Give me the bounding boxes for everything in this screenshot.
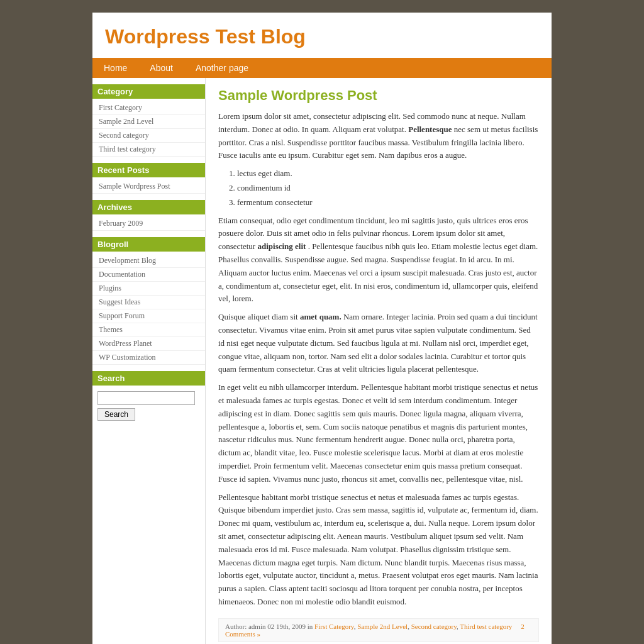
search-title: Search: [92, 371, 205, 386]
sidebar-link-second-category[interactable]: Second category: [92, 129, 205, 143]
para1: Etiam consequat, odio eget condimentum t…: [218, 214, 539, 306]
nav-bar: Home About Another page: [92, 58, 552, 78]
para2: Quisque aliquet diam sit amet quam. Nam …: [218, 311, 539, 376]
site-title: Wordpress Test Blog: [105, 25, 539, 48]
list-item-2: condimentum id: [237, 182, 539, 195]
sidebar-link-support-forum[interactable]: Support Forum: [92, 309, 205, 323]
sidebar-link-dev-blog[interactable]: Development Blog: [92, 254, 205, 268]
sidebar-link-wp-customization[interactable]: WP Customization: [92, 351, 205, 365]
post-meta: Author: admin 02 19th, 2009 in First Cat…: [218, 618, 539, 642]
sidebar-link-suggest-ideas[interactable]: Suggest Ideas: [92, 296, 205, 309]
post-intro: Lorem ipsum dolor sit amet, consectetur …: [218, 110, 539, 162]
sidebar-link-wp-planet[interactable]: WordPress Planet: [92, 337, 205, 351]
nav-another-page[interactable]: Another page: [184, 58, 260, 78]
search-input[interactable]: [97, 391, 195, 405]
para2-text: Quisque aliquet diam sit: [218, 312, 298, 321]
sidebar-link-feb-2009[interactable]: February 2009: [92, 217, 205, 231]
nav-home[interactable]: Home: [92, 58, 138, 78]
para4: Pellentesque habitant morbi tristique se…: [218, 491, 539, 609]
post-body: Lorem ipsum dolor sit amet, consectetur …: [218, 110, 539, 609]
list-item-1: lectus eget diam.: [237, 167, 539, 180]
nav-about[interactable]: About: [138, 58, 184, 78]
sidebar-link-sample-2nd[interactable]: Sample 2nd Level: [92, 115, 205, 129]
meta-author: Author: admin: [225, 623, 265, 630]
blogroll-section: Blogroll Development Blog Documentation …: [92, 237, 205, 365]
category-title: Category: [92, 84, 205, 99]
meta-date: 02 19th, 2009 in: [267, 623, 313, 630]
archives-title: Archives: [92, 200, 205, 214]
search-button[interactable]: Search: [97, 408, 135, 421]
category-section: Category First Category Sample 2nd Level…: [92, 84, 205, 157]
meta-cat-second[interactable]: Sample 2nd Level: [357, 623, 408, 630]
bold-adipiscing: adipiscing elit: [257, 242, 306, 251]
sidebar-link-documentation[interactable]: Documentation: [92, 268, 205, 282]
main-content: Sample Wordpress Post Lorem ipsum dolor …: [206, 78, 552, 644]
bold-pellentesque: Pellentesque: [408, 125, 452, 134]
blogroll-title: Blogroll: [92, 237, 205, 252]
archives-section: Archives February 2009: [92, 200, 205, 231]
meta-cat-first[interactable]: First Category: [314, 623, 354, 630]
sidebar-link-first-category[interactable]: First Category: [92, 101, 205, 115]
recent-posts-section: Recent Posts Sample Wordpress Post: [92, 163, 205, 194]
sidebar-link-themes[interactable]: Themes: [92, 323, 205, 337]
meta-cat-third[interactable]: Second category: [411, 623, 457, 630]
meta-cat-fourth[interactable]: Third test category: [460, 623, 512, 630]
post-list: lectus eget diam. condimentum id ferment…: [237, 167, 539, 209]
sidebar-link-plugins[interactable]: Plugins: [92, 282, 205, 296]
recent-posts-title: Recent Posts: [92, 163, 205, 177]
para3: In eget velit eu nibh ullamcorper interd…: [218, 381, 539, 486]
search-section: Search Search: [92, 371, 205, 424]
sidebar-link-sample-post[interactable]: Sample Wordpress Post: [92, 180, 205, 194]
sidebar-link-third-category[interactable]: Third test category: [92, 143, 205, 157]
bold-amet-quam: amet quam.: [300, 312, 341, 321]
list-item-3: fermentum consectetur: [237, 196, 539, 209]
sidebar: Category First Category Sample 2nd Level…: [92, 78, 206, 644]
post-title: Sample Wordpress Post: [218, 87, 539, 104]
